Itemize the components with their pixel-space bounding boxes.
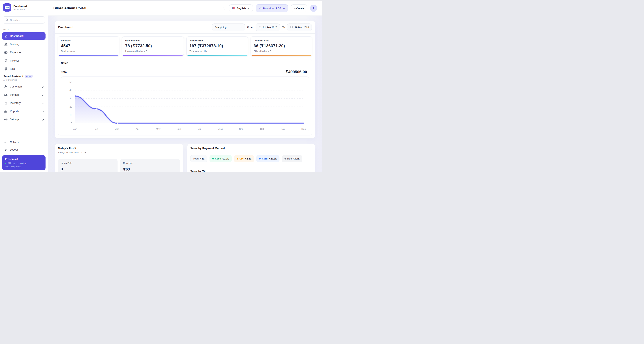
sidebar-item-label: Reports <box>10 110 19 113</box>
stat-subtitle: Bills with due > 0 <box>254 50 309 52</box>
collapse-icon <box>4 140 8 144</box>
beta-badge: BETA <box>25 75 33 78</box>
sidebar-item-bills[interactable]: Bills <box>2 65 46 72</box>
language-selector[interactable]: English <box>229 4 253 12</box>
stat-card-vendor-bills: Vendor Bills197 (₹372878.10)Total vendor… <box>186 36 248 56</box>
calendar-icon <box>290 26 293 28</box>
badge-label: Cash <box>215 157 221 160</box>
sidebar-item-reports[interactable]: Reports <box>2 108 46 115</box>
payment-badges-row: Total₹5LCash₹2.3LUPI₹2.4LCard₹27.8kDue₹7… <box>187 152 315 165</box>
stat-title: Invoices <box>61 39 116 42</box>
search-wrap <box>3 16 45 24</box>
notifications-button[interactable] <box>222 6 226 10</box>
stat-value: 197 (₹372878.10) <box>190 44 245 48</box>
range-select-value: Everything <box>214 26 226 29</box>
sidebar-nav: DashboardBankingExpensesInvoicesBills <box>0 32 48 72</box>
payment-badge-upi: UPI₹2.4L <box>234 155 254 162</box>
sidebar-divider <box>0 14 48 14</box>
user-avatar[interactable]: A <box>310 5 317 12</box>
chevron-down-icon <box>240 26 242 28</box>
chevron-down-icon <box>41 94 44 96</box>
chevron-down-icon <box>283 7 286 10</box>
sidebar-item-invoices[interactable]: Invoices <box>2 57 46 64</box>
data-point-jan <box>74 95 76 97</box>
range-select[interactable]: Everything <box>212 24 245 31</box>
bottom-cards-row: Today's Profit Today's Profit • 2026-03-… <box>55 144 315 172</box>
sidebar-item-expenses[interactable]: Expenses <box>2 49 46 56</box>
download-icon <box>259 6 262 10</box>
create-button[interactable]: + Create <box>291 4 307 12</box>
svg-text:Jul: Jul <box>198 128 201 130</box>
sidebar-item-customers[interactable]: Customers <box>2 83 46 90</box>
stat-accent-bar <box>251 55 312 56</box>
chevron-down-icon <box>41 94 44 97</box>
stat-subtitle: Total invoices <box>61 50 116 52</box>
brand-name: Freshmart <box>14 4 27 8</box>
collapse-button[interactable]: Collapse <box>2 138 46 146</box>
metric-items-sold: Items Sold3 <box>58 159 118 172</box>
status-dot <box>5 163 6 164</box>
app-root: Tillora Freshmart Admin Portal MAIN Dash… <box>0 1 322 172</box>
smart-assistant-subtitle: AI POWERED <box>3 79 44 81</box>
sidebar-item-inventory[interactable]: Inventory <box>2 99 46 107</box>
topbar-actions: English Download POS + Create A <box>222 4 317 12</box>
from-date-picker[interactable]: 01 Jan 2026 <box>256 24 280 31</box>
sidebar-item-label: Settings <box>10 118 20 121</box>
subscription-status: 327 days remaining <box>5 162 43 164</box>
badge-value: ₹5L <box>200 157 204 160</box>
logout-icon <box>4 148 8 151</box>
sidebar-item-settings[interactable]: Settings <box>2 116 46 123</box>
todays-profit-header: Today's Profit Today's Profit • 2026-03-… <box>55 144 183 156</box>
sales-total-label: Total <box>61 70 68 74</box>
logout-button[interactable]: Logout <box>2 146 46 153</box>
svg-text:2L: 2L <box>70 106 72 108</box>
stat-value: 4547 <box>61 44 116 48</box>
sidebar-item-vendors[interactable]: Vendors <box>2 91 46 98</box>
sidebar-item-dashboard[interactable]: Dashboard <box>2 32 46 40</box>
stat-accent-bar <box>186 55 248 56</box>
reports-icon <box>4 110 8 113</box>
subscription-company: Freshmart <box>5 158 43 160</box>
stat-card-due-invoices: Due Invoices78 (₹7732.50)Invoices with d… <box>122 36 184 56</box>
brand-subtitle: Admin Portal <box>14 8 27 10</box>
chevron-down-icon <box>41 102 44 105</box>
main-area: Tillora Admin Portal English Download PO… <box>48 1 322 172</box>
stat-card-pending-bills: Pending Bills36 (₹136371.20)Bills with d… <box>250 36 312 56</box>
badge-dot <box>284 158 286 160</box>
badge-label: Total <box>193 157 199 160</box>
search-box[interactable] <box>3 16 45 24</box>
invoice-icon <box>4 59 8 62</box>
stat-subtitle: Total vendor bills <box>190 50 245 52</box>
chevron-down-icon <box>41 110 44 114</box>
sales-by-till-title: Sales by Till <box>187 166 315 172</box>
collapse-label: Collapse <box>10 141 20 144</box>
sales-line-chart: 01L2L3L4L5LJanFebMarAprMayJunJulAugSepOc… <box>61 76 309 132</box>
metric-value: ₹63 <box>123 167 177 172</box>
data-point-mar <box>116 122 118 124</box>
badge-label: Card <box>262 157 268 160</box>
sidebar-item-banking[interactable]: Banking <box>2 40 46 48</box>
brand-text: Freshmart Admin Portal <box>14 4 27 10</box>
page-title: Tillora Admin Portal <box>53 6 86 10</box>
badge-dot <box>237 158 238 160</box>
smart-assistant-block[interactable]: Smart Assistant BETA AI POWERED <box>0 72 48 83</box>
todays-profit-title: Today's Profit <box>58 147 180 150</box>
sidebar-item-label: Vendors <box>10 93 20 96</box>
search-icon-slot <box>5 18 8 22</box>
sales-chart-svg: 01L2L3L4L5LJanFebMarAprMayJunJulAugSepOc… <box>61 76 309 132</box>
dashboard-panel: Dashboard Everything From 01 Jan 2026 To <box>55 21 315 138</box>
calendar-icon <box>258 26 261 28</box>
sidebar-item-label: Invoices <box>10 59 20 62</box>
to-date-picker[interactable]: 29 Mar 2026 <box>287 24 312 31</box>
stat-value: 36 (₹136371.20) <box>254 44 309 48</box>
dashboard-title: Dashboard <box>58 26 73 29</box>
download-pos-button[interactable]: Download POS <box>256 4 288 12</box>
truck-icon <box>4 93 8 97</box>
metric-value: 3 <box>61 167 114 171</box>
payment-methods-card: Sales by Payment Method Total₹5LCash₹2.3… <box>187 144 316 172</box>
search-input[interactable] <box>10 19 42 22</box>
badge-label: UPI <box>240 157 244 160</box>
sidebar-item-label: Bills <box>10 67 15 70</box>
svg-text:Jun: Jun <box>177 128 181 130</box>
svg-text:Feb: Feb <box>94 128 98 130</box>
